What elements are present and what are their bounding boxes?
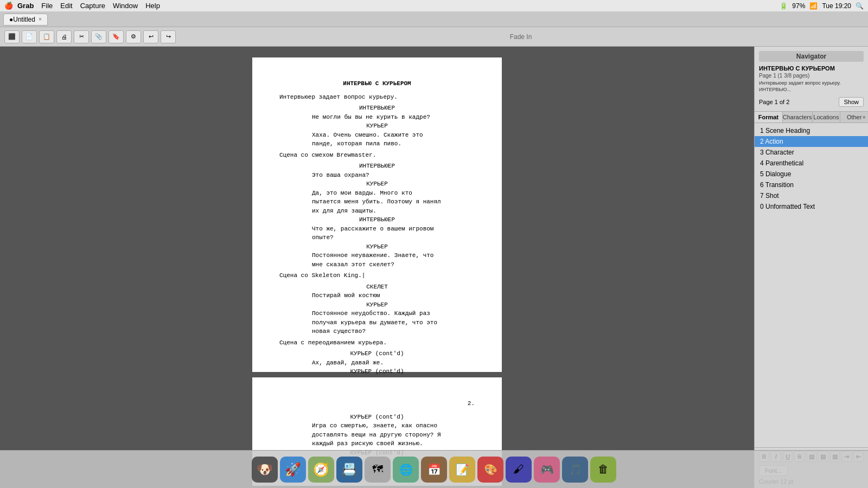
char-courier-1: КУРЬЕР <box>279 121 475 131</box>
tab-close-btn[interactable]: × <box>39 16 42 22</box>
tab-format[interactable]: Format <box>755 112 783 123</box>
script-area[interactable]: ИНТЕРВЬЮ С КУРЬЕРОМ Интервьюер задает во… <box>0 47 754 488</box>
navigator-header: Navigator <box>759 51 864 62</box>
toolbar-btn-7[interactable]: 🔖 <box>108 30 124 43</box>
dock-trash[interactable]: 🗑 <box>590 457 616 483</box>
format-section: × Format Characters Locations Other 1 Sc… <box>755 112 868 488</box>
battery-percent: 97% <box>792 2 805 10</box>
toolbar-btn-8[interactable]: ⚙ <box>126 30 141 43</box>
navigator-preview: Интервьюер задает вопрос курьеру. ИНТЕРВ… <box>759 80 864 93</box>
format-shot[interactable]: 7 Shot <box>755 190 868 201</box>
format-character[interactable]: 3 Character <box>755 147 868 158</box>
menubar: 🍎 Grab File Edit Capture Window Help 🔋 9… <box>0 0 868 12</box>
toolbar-btn-10[interactable]: ↪ <box>161 30 176 43</box>
navigator-title: ИНТЕРВЬЮ С КУРЬЕРОМ <box>759 65 864 72</box>
dock-app-7[interactable]: 🎵 <box>562 457 588 483</box>
dialogue-4: Да, это мои варды. Много ктопытается мен… <box>312 189 442 216</box>
apple-icon: 🍎 <box>4 2 13 10</box>
dock-contacts[interactable]: 📇 <box>336 457 362 483</box>
dialogue-1: Не могли бы вы не курить в кадре? <box>312 113 442 122</box>
format-scene-heading[interactable]: 1 Scene Heading <box>755 125 868 136</box>
char-courier-4: КУРЬЕР <box>279 300 475 310</box>
toolbar-center-label: Fade In <box>178 33 864 41</box>
toolbar-btn-5[interactable]: ✂ <box>74 30 89 43</box>
panel-close-btn[interactable]: × <box>863 114 866 120</box>
char-courier-contd-1: КУРЬЕР (cont'd) <box>279 349 475 358</box>
menu-file[interactable]: File <box>41 2 53 10</box>
format-dialogue[interactable]: 5 Dialogue <box>755 169 868 179</box>
toolbar-btn-9[interactable]: ↩ <box>143 30 158 43</box>
tab-label: ●Untitled <box>9 16 35 23</box>
page-number-2: 2. <box>279 399 475 408</box>
char-skeleton: СКЕЛЕТ <box>279 282 475 292</box>
char-courier-contd-2: КУРЬЕР (cont'd) <box>279 367 475 376</box>
tab-characters[interactable]: Characters <box>783 112 813 123</box>
action-line-2: Сцена со смехом Brewmaster. <box>279 151 475 160</box>
menu-window[interactable]: Window <box>113 2 138 10</box>
dialogue-2: Хаха. Очень смешно. Скажите этопанде, ко… <box>312 131 442 149</box>
tab-locations[interactable]: Locations <box>813 112 841 123</box>
navigator-section: Navigator ИНТЕРВЬЮ С КУРЬЕРОМ Page 1 (1 … <box>755 47 868 112</box>
format-transition[interactable]: 6 Transition <box>755 179 868 190</box>
navigator-page-indicator: Page 1 of 2 Show <box>759 97 864 107</box>
tab-untitled[interactable]: ●Untitled × <box>3 14 48 25</box>
menu-edit[interactable]: Edit <box>60 2 72 10</box>
char-courier-2: КУРЬЕР <box>279 179 475 189</box>
action-line-4: Сцена с переодиванием курьера. <box>279 338 475 348</box>
dialogue-8: Постоянное неудобство. Каждый разполучая… <box>312 309 442 336</box>
script-page-1: ИНТЕРВЬЮ С КУРЬЕРОМ Интервьюер задает во… <box>252 57 502 372</box>
tabbar: ●Untitled × <box>0 12 868 27</box>
navigator-page-info: Page 1 (1 3/8 pages) <box>759 73 864 79</box>
dock-maps[interactable]: 🗺 <box>365 457 391 483</box>
char-interviewer-2: ИНТЕРВЬЮЕР <box>279 162 475 171</box>
dialogue-6: Постоянное неуважение. Знаете, чтомне ск… <box>312 251 442 269</box>
dock: 🐶 🚀 🧭 📇 🗺 🌐 📅 📝 🎨 🖌 🎮 🎵 🗑 <box>0 450 868 488</box>
dock-app-2[interactable]: 📅 <box>421 457 447 483</box>
dialogue-9: Ах, давай, давай же. <box>312 358 442 368</box>
menubar-right: 🔋 97% 📶 Tue 19:20 🔍 <box>780 2 864 10</box>
wifi-icon: 📶 <box>809 2 818 10</box>
toolbar: ⬛ 📄 📋 🖨 ✂ 📎 🔖 ⚙ ↩ ↪ Fade In <box>0 27 868 47</box>
page-of-total: Page 1 of 2 <box>759 99 789 105</box>
toolbar-btn-4[interactable]: 🖨 <box>56 30 72 43</box>
dock-app-3[interactable]: 📝 <box>449 457 475 483</box>
toolbar-btn-2[interactable]: 📄 <box>22 30 37 43</box>
dock-app-6[interactable]: 🎮 <box>534 457 560 483</box>
format-unformatted[interactable]: 0 Unformatted Text <box>755 201 868 212</box>
dock-app-1[interactable]: 🌐 <box>393 457 419 483</box>
dock-launchpad[interactable]: 🚀 <box>280 457 306 483</box>
format-parenthetical[interactable]: 4 Parenthetical <box>755 158 868 169</box>
char-courier-3: КУРЬЕР <box>279 242 475 252</box>
dock-app-5[interactable]: 🖌 <box>506 457 532 483</box>
dialogue-11: Игра со смертью, знаете, как опаснодоста… <box>312 421 442 448</box>
toolbar-btn-1[interactable]: ⬛ <box>4 30 20 43</box>
char-interviewer-3: ИНТЕРВЬЮЕР <box>279 215 475 224</box>
dialogue-7: Постирай мой костюм <box>312 291 442 300</box>
format-tabs: Format Characters Locations Other <box>755 112 868 123</box>
char-interviewer-1: ИНТЕРВЬЮЕР <box>279 104 475 113</box>
action-line-1: Интервьюер задает вопрос курьеру. <box>279 93 475 102</box>
dock-app-4[interactable]: 🎨 <box>477 457 503 483</box>
script-title: ИНТЕРВЬЮ С КУРЬЕРОМ <box>279 79 475 88</box>
menu-capture[interactable]: Capture <box>80 2 105 10</box>
right-panel: Navigator ИНТЕРВЬЮ С КУРЬЕРОМ Page 1 (1 … <box>754 47 868 488</box>
search-icon[interactable]: 🔍 <box>856 2 864 10</box>
action-line-3: Сцена со Skeleton King.| <box>279 271 475 280</box>
clock: Tue 19:20 <box>822 2 851 10</box>
toolbar-btn-3[interactable]: 📋 <box>39 30 54 43</box>
format-action[interactable]: 2 Action <box>755 136 868 147</box>
main-area: ИНТЕРВЬЮ С КУРЬЕРОМ Интервьюер задает во… <box>0 47 868 488</box>
format-list: 1 Scene Heading 2 Action 3 Character 4 P… <box>755 123 868 447</box>
dock-finder[interactable]: 🐶 <box>252 457 278 483</box>
dialogue-5: Что же, расскажите о вашем игровомопыте? <box>312 224 442 242</box>
app-name[interactable]: Grab <box>17 2 34 10</box>
show-button[interactable]: Show <box>839 97 864 107</box>
char-courier-contd-3: КУРЬЕР (cont'd) <box>279 413 475 422</box>
dialogue-3: Это ваша охрана? <box>312 171 442 180</box>
toolbar-btn-6[interactable]: 📎 <box>91 30 106 43</box>
menu-help[interactable]: Help <box>145 2 160 10</box>
battery-icon: 🔋 <box>780 2 788 10</box>
dock-safari[interactable]: 🧭 <box>308 457 334 483</box>
